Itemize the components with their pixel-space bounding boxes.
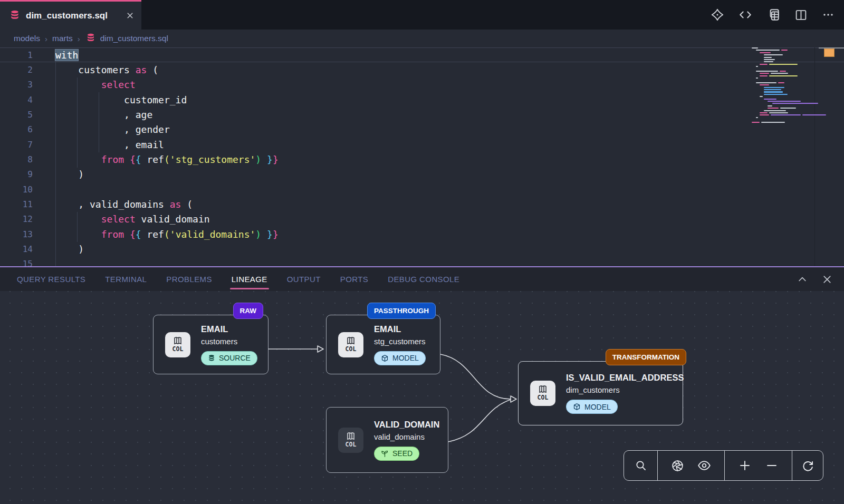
breadcrumb-models[interactable]: models — [14, 34, 40, 43]
code-text: ) — [33, 244, 84, 255]
transformation-tag-badge[interactable]: TRANSFORMATION — [606, 349, 686, 365]
code-token: } — [267, 229, 273, 240]
refresh-icon[interactable] — [801, 459, 814, 472]
code-token: customer_id — [55, 94, 187, 105]
code-token — [124, 154, 130, 165]
column-icon-box: COL — [338, 428, 363, 453]
minimap-line — [752, 117, 815, 118]
code-line[interactable]: 14 ) — [0, 241, 844, 256]
code-token — [55, 229, 101, 240]
minimap-line — [752, 103, 815, 104]
code-icon[interactable] — [738, 8, 752, 22]
code-token: as — [136, 64, 147, 75]
node-column-name: EMAIL — [201, 324, 257, 334]
column-icon-box: COL — [165, 332, 190, 357]
dbt-icon[interactable] — [711, 8, 724, 22]
source-badge: SOURCE — [201, 351, 257, 365]
code-token: ) — [255, 154, 261, 165]
minimap-segment — [760, 114, 769, 115]
minimap-segment — [772, 103, 818, 104]
code-token: ('stg_customers' — [164, 154, 255, 165]
more-actions-icon[interactable] — [822, 8, 835, 21]
aperture-icon[interactable] — [671, 459, 684, 472]
code-line[interactable]: 9 ) — [0, 167, 844, 182]
chevron-up-icon[interactable] — [797, 274, 808, 285]
zoom-out-icon[interactable] — [765, 459, 778, 472]
minimap[interactable] — [752, 47, 815, 124]
code-line[interactable]: 8 from {{ ref('stg_customers') }} — [0, 152, 844, 167]
minimap-segment — [769, 112, 788, 113]
passthrough-tag-badge[interactable]: PASSTHROUGH — [367, 303, 436, 319]
minimap-line — [752, 61, 815, 62]
model-badge: MODEL — [374, 351, 426, 365]
code-token — [261, 154, 267, 165]
eye-icon[interactable] — [697, 459, 711, 472]
code-token: from — [101, 154, 124, 165]
code-text: with — [33, 50, 78, 61]
code-line[interactable]: 10 — [0, 182, 844, 197]
code-line[interactable]: 2 customers as ( — [0, 62, 844, 77]
code-line[interactable]: 15 — [0, 257, 844, 266]
minimap-line — [752, 82, 815, 83]
breadcrumb: models › marts › dim_customers.sql — [0, 30, 844, 47]
code-token — [55, 154, 101, 165]
indent-guide — [77, 77, 78, 168]
breadcrumb-file[interactable]: dim_customers.sql — [100, 34, 168, 43]
seed-badge: SEED — [374, 447, 419, 461]
query-panel-icon[interactable] — [766, 8, 780, 22]
tab-ports[interactable]: PORTS — [340, 267, 368, 291]
close-panel-icon[interactable] — [822, 274, 832, 285]
code-line[interactable]: 5 , age — [0, 107, 844, 122]
search-icon[interactable] — [635, 459, 647, 472]
minimap-segment — [756, 66, 759, 67]
code-editor[interactable]: 1with2 customers as (3 select4 customer_… — [0, 47, 844, 266]
split-editor-icon[interactable] — [794, 8, 808, 22]
tab-terminal[interactable]: TERMINAL — [105, 267, 147, 291]
minimap-segment — [764, 61, 773, 62]
code-token: from — [101, 229, 124, 240]
node-column-name: IS_VALID_EMAIL_ADDRESS — [566, 373, 684, 383]
panel-tab-bar: QUERY RESULTS TERMINAL PROBLEMS LINEAGE … — [0, 267, 844, 291]
breadcrumb-marts[interactable]: marts — [52, 34, 73, 43]
col-label: COL — [346, 345, 357, 353]
tab-query-results[interactable]: QUERY RESULTS — [17, 267, 85, 291]
code-line[interactable]: 7 , email — [0, 137, 844, 152]
minimap-segment — [764, 94, 788, 95]
tab-dim-customers[interactable]: dim_customers.sql — [0, 0, 141, 30]
code-line[interactable]: 4 customer_id — [0, 92, 844, 107]
lineage-node-valid-domains[interactable]: COL VALID_DOMAIN valid_domains SEED — [326, 407, 448, 473]
lineage-node-stg-customers[interactable]: PASSTHROUGH COL EMAIL stg_customers MODE… — [326, 315, 440, 374]
zoom-in-icon[interactable] — [738, 459, 751, 472]
code-area[interactable]: 1with2 customers as (3 select4 customer_… — [0, 47, 844, 266]
breadcrumb-separator: › — [45, 34, 47, 43]
code-token: ref — [141, 229, 164, 240]
tab-output[interactable]: OUTPUT — [287, 267, 321, 291]
minimap-segment — [752, 122, 760, 123]
line-number: 6 — [0, 124, 33, 134]
minimap-line — [752, 50, 815, 51]
minimap-segment — [764, 87, 784, 88]
code-token: { — [136, 229, 141, 240]
close-tab-icon[interactable] — [126, 12, 134, 20]
code-line[interactable]: 1with — [0, 47, 844, 62]
minimap-segment — [771, 114, 801, 115]
lineage-canvas[interactable]: RAW COL EMAIL customers SOURCE PASSTHROU… — [0, 291, 844, 504]
minimap-segment — [769, 64, 798, 65]
lineage-node-dim-customers[interactable]: TRANSFORMATION COL IS_VALID_EMAIL_ADDRES… — [518, 361, 683, 425]
tab-problems[interactable]: PROBLEMS — [166, 267, 212, 291]
code-line[interactable]: 13 from {{ ref('valid_domains') }} — [0, 227, 844, 241]
code-text: from {{ ref('valid_domains') }} — [33, 229, 279, 240]
minimap-line — [752, 84, 815, 85]
node-body: IS_VALID_EMAIL_ADDRESS dim_customers MOD… — [566, 373, 684, 414]
code-line[interactable]: 3 select — [0, 77, 844, 92]
raw-tag-badge[interactable]: RAW — [233, 303, 264, 319]
lineage-node-customers[interactable]: RAW COL EMAIL customers SOURCE — [153, 315, 268, 374]
code-line[interactable]: 11 , valid_domains as ( — [0, 197, 844, 211]
code-line[interactable]: 6 , gender — [0, 122, 844, 137]
code-line[interactable]: 12 select valid_domain — [0, 212, 844, 227]
minimap-line — [752, 89, 815, 90]
minimap-line — [752, 52, 815, 53]
tab-debug-console[interactable]: DEBUG CONSOLE — [388, 267, 459, 291]
tab-lineage[interactable]: LINEAGE — [232, 267, 267, 291]
badge-label: MODEL — [584, 403, 611, 411]
